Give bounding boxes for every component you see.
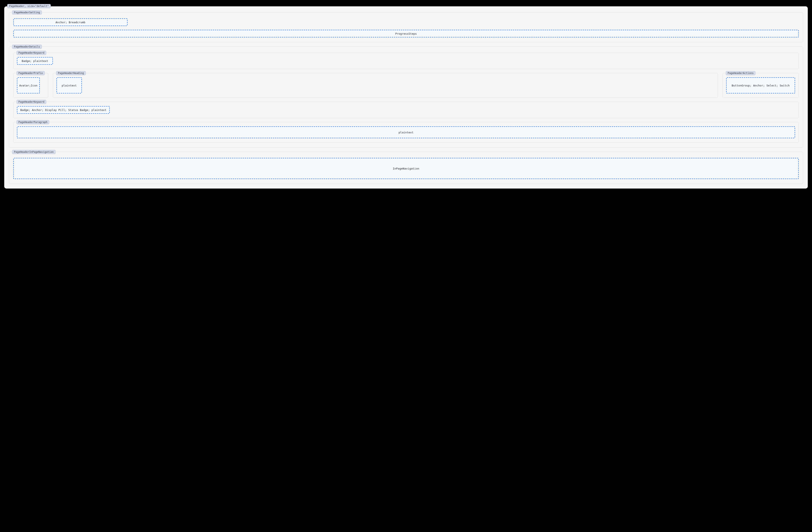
prefix-slot: Avatar;Icon (17, 77, 40, 93)
progress-steps-slot: ProgressSteps (13, 30, 799, 38)
page-header-inpage-nav-section: PageHeaderInPageNavigation InPageNavigat… (9, 152, 803, 184)
keyword-top-label: PageHeaderKeyword (16, 51, 46, 55)
page-header-diagram: PageHeader, size="default" PageHeaderSet… (4, 6, 808, 189)
heading-slot: plaintext (56, 77, 82, 93)
page-header-keyword-bottom: PageHeaderKeyword Badge; Anchor; Display… (13, 102, 799, 118)
root-label: PageHeader, size="default" (7, 4, 51, 8)
paragraph-slot: plaintext (17, 127, 795, 138)
prefix-label: PageHeaderPrefix (16, 71, 45, 75)
page-header-prefix: PageHeaderPrefix Avatar;Icon (13, 73, 48, 98)
page-header-heading: PageHeaderHeading plaintext (53, 73, 718, 98)
breadcrumb-slot: Anchor; Breadcrumb (13, 18, 128, 26)
page-header-details-section: PageHeaderDetails PageHeaderKeyword Badg… (9, 46, 803, 148)
inpage-nav-label: PageHeaderInPageNavigation (12, 150, 56, 154)
details-row: PageHeaderPrefix Avatar;Icon PageHeaderH… (13, 73, 799, 98)
keyword-top-slot: Badge; plaintext (17, 57, 53, 65)
page-header-actions: PageHeaderActions ButtonGroup; Anchor; S… (723, 73, 799, 98)
paragraph-label: PageHeaderParagraph (16, 120, 49, 124)
inpage-nav-slot: InPageNavigation (13, 158, 799, 179)
heading-label: PageHeaderHeading (56, 71, 86, 75)
page-header-keyword-top: PageHeaderKeyword Badge; plaintext (13, 53, 799, 69)
keyword-bottom-label: PageHeaderKeyword (16, 100, 46, 104)
page-header-paragraph: PageHeaderParagraph plaintext (13, 122, 799, 143)
page-header-setting-label: PageHeaderSetting (12, 10, 42, 15)
page-header-setting-section: PageHeaderSetting Anchor; Breadcrumb Pro… (9, 12, 803, 42)
actions-slot: ButtonGroup; Anchor; Select; Switch (726, 77, 795, 93)
actions-label: PageHeaderActions (726, 71, 756, 75)
page-header-details-label: PageHeaderDetails (12, 45, 42, 49)
keyword-bottom-slot: Badge; Anchor; Display Pill; Status Badg… (17, 106, 110, 114)
